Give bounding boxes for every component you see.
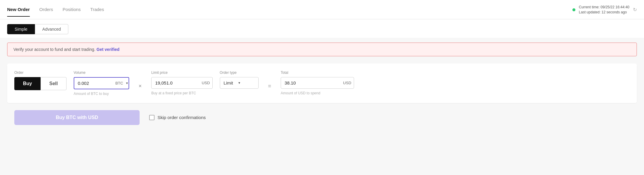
order-type-label: Order type <box>220 71 259 75</box>
skip-confirm-wrapper[interactable]: Skip order confirmations <box>149 115 206 120</box>
order-type-value: Limit <box>224 80 233 85</box>
buy-sell-toggle: Buy Sell <box>14 77 67 90</box>
tab-orders[interactable]: Orders <box>39 7 53 17</box>
buy-button[interactable]: Buy <box>14 77 41 90</box>
limit-price-currency: USD <box>199 78 212 88</box>
total-input-wrapper: USD <box>281 77 354 89</box>
tab-positions[interactable]: Positions <box>63 7 81 17</box>
skip-confirm-checkbox[interactable] <box>149 115 155 120</box>
limit-price-label: Limit price <box>151 71 212 75</box>
last-updated: Last updated: 12 seconds ago <box>579 10 629 15</box>
volume-currency-chevron-icon[interactable]: ▼ <box>126 82 129 85</box>
sell-button[interactable]: Sell <box>41 77 66 90</box>
refresh-icon[interactable]: ↻ <box>633 7 637 12</box>
volume-currency: BTC <box>113 78 126 88</box>
submit-buy-button[interactable]: Buy BTC with USD <box>14 110 140 125</box>
total-input[interactable] <box>281 77 341 88</box>
nav-tabs: New Order Orders Positions Trades <box>7 7 104 17</box>
order-form: Order Buy Sell Volume BTC ▼ Amount of BT… <box>7 63 637 103</box>
alert-text: Verify your account to fund and start tr… <box>13 47 95 52</box>
advanced-mode-button[interactable]: Advanced <box>35 24 68 34</box>
verify-link[interactable]: Get verified <box>97 47 120 52</box>
top-nav: New Order Orders Positions Trades Curren… <box>0 0 644 19</box>
total-group: Total USD Amount of USD to spend <box>281 71 354 95</box>
simple-mode-button[interactable]: Simple <box>7 24 35 34</box>
main-content: Verify your account to fund and start tr… <box>0 38 644 175</box>
skip-confirm-label: Skip order confirmations <box>157 115 206 120</box>
volume-hint: Amount of BTC to buy <box>74 92 129 96</box>
mode-toggle: Simple Advanced <box>7 24 637 34</box>
nav-right: Current time: 09/25/22 16:44:40 Last upd… <box>572 5 637 19</box>
limit-price-input[interactable] <box>152 77 199 88</box>
tab-new-order[interactable]: New Order <box>7 7 30 17</box>
status-text: Current time: 09/25/22 16:44:40 Last upd… <box>579 5 629 15</box>
equals-sign: = <box>266 83 274 89</box>
total-hint: Amount of USD to spend <box>281 91 354 95</box>
bottom-row: Buy BTC with USD Skip order confirmation… <box>7 110 637 125</box>
volume-label: Volume <box>74 71 129 75</box>
limit-price-hint: Buy at a fixed price per BTC <box>151 91 212 95</box>
order-label: Order <box>14 71 67 75</box>
limit-price-input-wrapper: USD <box>151 77 212 89</box>
order-type-group: Order type Limit ▼ <box>220 71 259 89</box>
limit-price-group: Limit price USD Buy at a fixed price per… <box>151 71 212 95</box>
volume-input[interactable] <box>74 78 113 89</box>
order-type-select[interactable]: Limit ▼ <box>220 77 259 89</box>
total-currency: USD <box>341 78 353 88</box>
alert-banner: Verify your account to fund and start tr… <box>7 43 637 56</box>
tab-trades[interactable]: Trades <box>90 7 104 17</box>
multiply-sign: × <box>136 83 144 89</box>
order-type-chevron-icon: ▼ <box>238 81 241 85</box>
order-group: Order Buy Sell <box>14 71 67 90</box>
volume-input-wrapper: BTC ▼ <box>74 77 129 89</box>
volume-group: Volume BTC ▼ Amount of BTC to buy <box>74 71 129 96</box>
current-time: Current time: 09/25/22 16:44:40 <box>579 5 629 10</box>
status-dot <box>572 8 575 11</box>
total-label: Total <box>281 71 354 75</box>
